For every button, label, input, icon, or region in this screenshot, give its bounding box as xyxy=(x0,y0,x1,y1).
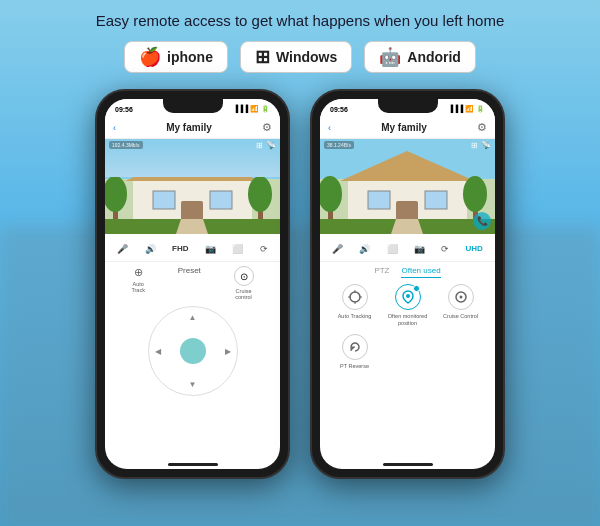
auto-track-item: ⊕ AutoTrack xyxy=(131,266,145,300)
windows-button[interactable]: ⊞ Windows xyxy=(240,41,352,73)
ptz-tab-ptz[interactable]: PTZ xyxy=(374,266,389,278)
svg-rect-17 xyxy=(368,191,390,209)
camera-top-icons-left: ⊞📡 xyxy=(256,141,276,150)
ptz-tab-often[interactable]: Often used xyxy=(401,266,440,278)
camera-feed-right: 38.1.24B/s ⊞📡 📞 xyxy=(320,139,495,234)
often-cruise-control: Cruise Control xyxy=(436,284,485,326)
mic-icon-left[interactable]: 🎤 xyxy=(117,244,128,254)
iphone-button[interactable]: 🍎 iphone xyxy=(124,41,228,73)
house-svg-right xyxy=(320,139,495,234)
record-icon-right[interactable]: ⬜ xyxy=(387,244,398,254)
svg-point-26 xyxy=(350,292,360,302)
settings-ctrl-right[interactable]: ⟳ xyxy=(441,244,449,254)
often-monitored-position: Often monitored position xyxy=(383,284,432,326)
record-icon-left[interactable]: ⬜ xyxy=(232,244,243,254)
often-grid: Auto Tracking Often monitored position xyxy=(326,284,489,370)
auto-track-icon[interactable]: ⊕ xyxy=(134,266,143,279)
phone-left: 09:56 ▐▐▐ 📶 🔋 ‹ My family ⚙ xyxy=(95,89,290,479)
speaker-icon-left[interactable]: 🔊 xyxy=(145,244,156,254)
monitored-position-label: Often monitored position xyxy=(383,313,432,326)
camera-info-right: 38.1.24B/s xyxy=(324,141,354,149)
ptz-area-right: PTZ Often used Auto Tracking xyxy=(320,262,495,459)
svg-point-10 xyxy=(248,176,272,212)
android-button[interactable]: 🤖 Andorid xyxy=(364,41,476,73)
platform-row: 🍎 iphone ⊞ Windows 🤖 Andorid xyxy=(124,41,476,73)
svg-point-23 xyxy=(463,176,487,212)
settings-ctrl-left[interactable]: ⟳ xyxy=(260,244,268,254)
camera-feed-left: 192.4.3Mb/s ⊞📡 xyxy=(105,139,280,234)
dir-up-btn[interactable]: ▲ xyxy=(189,313,197,322)
main-content: Easy remote access to get what happens w… xyxy=(0,0,600,479)
cruise-control-label: Cruise Control xyxy=(443,313,478,320)
svg-rect-4 xyxy=(153,191,175,209)
nav-title-right: My family xyxy=(381,122,427,133)
dir-left-btn[interactable]: ◀ xyxy=(155,347,161,356)
settings-icon-right[interactable]: ⚙ xyxy=(477,121,487,134)
often-pt-reverse: PT Reverse xyxy=(330,334,379,370)
windows-icon: ⊞ xyxy=(255,48,270,66)
home-bar-right xyxy=(383,463,433,466)
iphone-label: iphone xyxy=(167,49,213,65)
time-left: 09:56 xyxy=(115,106,133,113)
phone-right: 09:56 ▐▐▐ 📶 🔋 ‹ My family ⚙ xyxy=(310,89,505,479)
svg-rect-18 xyxy=(425,191,447,209)
mic-icon-right[interactable]: 🎤 xyxy=(332,244,343,254)
cruise-item: ⊙ Cruisecontrol xyxy=(234,266,254,300)
camera-icon-left[interactable]: 📷 xyxy=(205,244,216,254)
monitored-dot xyxy=(413,285,420,292)
auto-track-label: AutoTrack xyxy=(131,281,145,293)
fhd-label-left[interactable]: FHD xyxy=(172,244,188,253)
phones-row: 09:56 ▐▐▐ 📶 🔋 ‹ My family ⚙ xyxy=(75,89,525,479)
camera-phone-btn[interactable]: 📞 xyxy=(473,212,491,230)
nav-title-left: My family xyxy=(166,122,212,133)
home-indicator-left xyxy=(105,459,280,469)
preset-item: Preset xyxy=(178,266,201,300)
dir-right-btn[interactable]: ▶ xyxy=(225,347,231,356)
pt-reverse-icon[interactable] xyxy=(342,334,368,360)
cruise-label: Cruisecontrol xyxy=(235,288,252,300)
svg-marker-12 xyxy=(176,219,208,234)
back-button-left[interactable]: ‹ xyxy=(113,123,116,133)
status-icons-right: ▐▐▐ 📶 🔋 xyxy=(448,105,485,113)
speaker-icon-right[interactable]: 🔊 xyxy=(359,244,370,254)
nav-bar-right: ‹ My family ⚙ xyxy=(320,117,495,139)
svg-rect-5 xyxy=(210,191,232,209)
svg-rect-19 xyxy=(396,201,418,221)
apple-icon: 🍎 xyxy=(139,48,161,66)
preset-label: Preset xyxy=(178,266,201,275)
monitored-position-icon[interactable] xyxy=(395,284,421,310)
home-bar-left xyxy=(168,463,218,466)
house-scene-left: 192.4.3Mb/s ⊞📡 xyxy=(105,139,280,234)
time-right: 09:56 xyxy=(330,106,348,113)
windows-label: Windows xyxy=(276,49,337,65)
status-icons-left: ▐▐▐ 📶 🔋 xyxy=(233,105,270,113)
phone-right-inner: 09:56 ▐▐▐ 📶 🔋 ‹ My family ⚙ xyxy=(320,99,495,469)
ptz-tabs: PTZ Often used xyxy=(326,266,489,278)
home-indicator-right xyxy=(320,459,495,469)
directional-pad: ▲ ▼ ◀ ▶ xyxy=(148,306,238,396)
ptz-area-left: ⊕ AutoTrack Preset ⊙ Cruisecontrol xyxy=(105,262,280,459)
android-icon: 🤖 xyxy=(379,48,401,66)
dir-down-btn[interactable]: ▼ xyxy=(189,380,197,389)
notch-left xyxy=(163,99,223,113)
controls-bar-right: 🎤 🔊 ⬜ 📷 ⟳ UHD xyxy=(320,234,495,262)
dir-center-btn[interactable] xyxy=(180,338,206,364)
camera-top-icons-right: ⊞📡 xyxy=(471,141,491,150)
svg-marker-25 xyxy=(391,219,423,234)
uhd-label-right[interactable]: UHD xyxy=(465,244,482,253)
auto-track-section: ⊕ AutoTrack Preset ⊙ Cruisecontrol xyxy=(111,266,274,300)
nav-bar-left: ‹ My family ⚙ xyxy=(105,117,280,139)
notch-right xyxy=(378,99,438,113)
controls-bar-left: 🎤 🔊 FHD 📷 ⬜ ⟳ xyxy=(105,234,280,262)
camera-icon-right[interactable]: 📷 xyxy=(414,244,425,254)
auto-tracking-icon[interactable] xyxy=(342,284,368,310)
settings-icon-left[interactable]: ⚙ xyxy=(262,121,272,134)
cruise-control-icon[interactable] xyxy=(448,284,474,310)
camera-info-left: 192.4.3Mb/s xyxy=(109,141,143,149)
cruise-icon[interactable]: ⊙ xyxy=(234,266,254,286)
android-label: Andorid xyxy=(407,49,461,65)
svg-rect-6 xyxy=(181,201,203,221)
svg-point-33 xyxy=(459,296,462,299)
back-button-right[interactable]: ‹ xyxy=(328,123,331,133)
svg-point-31 xyxy=(406,294,410,298)
